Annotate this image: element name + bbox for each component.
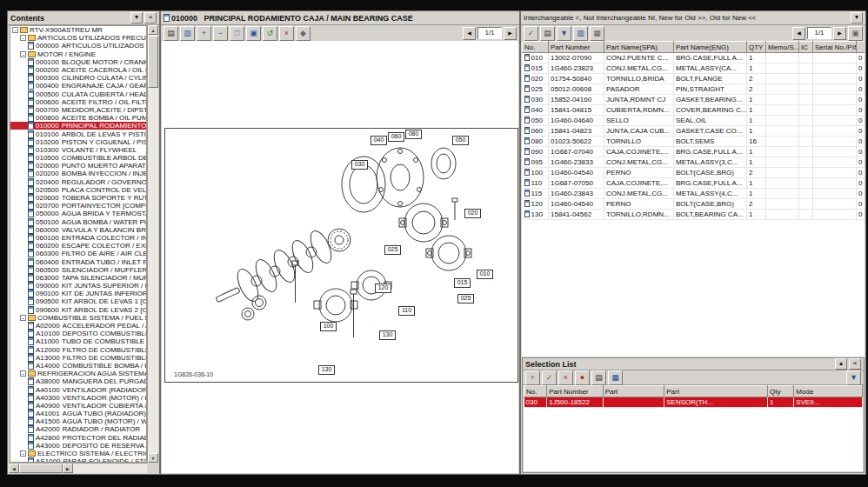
table-row[interactable]: 0151G460-23823CONJ.METAL,CG...METAL,ASSY… bbox=[523, 63, 865, 74]
diagram-canvas[interactable]: 1G826-036-10 040060080050030020025010015… bbox=[162, 41, 518, 473]
tree-item-090100[interactable]: 090100KIT DE JUNTAS INFERIOR / LO... bbox=[10, 290, 146, 297]
column-memo-s-[interactable]: Memo/S... bbox=[766, 42, 799, 53]
column-part-number[interactable]: Part Number bbox=[547, 386, 603, 397]
tree-item-010200[interactable]: 010200PISTON Y CIGUENAL / PISTON A... bbox=[10, 138, 146, 146]
tree-item-010500[interactable]: 010500COMBUSTIBLE ARBOL DE LEVAS bbox=[10, 154, 146, 162]
tree-item-refrigeracion-agua-siste[interactable]: -REFRIGERACION AGUA SISTEMA / COOLING W.… bbox=[10, 370, 146, 377]
table-row[interactable]: 1001G460-04540PERNOBOLT(CASE,BRG)20 bbox=[523, 168, 865, 178]
export-icon[interactable]: ▥ bbox=[180, 26, 195, 41]
tree-item-090000[interactable]: 090000KIT JUNTAS SUPERIOR / UPPER... bbox=[10, 282, 146, 290]
tree-item-000400[interactable]: 000400ENGRANAJE CAJA / GEAR CASE bbox=[10, 82, 146, 90]
table-row[interactable]: 03015852-04160JUNTA,RDMNT CJGASKET,BEARI… bbox=[523, 95, 865, 105]
tree-item-020600[interactable]: 020600TOBERA SOPORTE Y RUTA DE C... bbox=[10, 194, 146, 202]
column-part-name-spa-[interactable]: Part Name(SPA) bbox=[604, 42, 674, 53]
callout-025[interactable]: 025 bbox=[384, 245, 401, 255]
zoom-out-icon[interactable]: − bbox=[213, 26, 228, 41]
table-row[interactable]: 0301J500-18522SENSOR(TH...1SVE9... bbox=[524, 397, 863, 408]
vertical-scroll-thumb[interactable] bbox=[148, 36, 158, 88]
tree-item-A12000[interactable]: A12000FILTRO DE COMBUSTIBLE / FUE... bbox=[10, 346, 146, 354]
column-qty[interactable]: QTY bbox=[747, 42, 766, 53]
pin-icon[interactable]: ▴ bbox=[835, 358, 847, 370]
tree-item-020400[interactable]: 020400REGULADOR / GOVERNOR bbox=[10, 178, 146, 186]
collapse-icon[interactable]: - bbox=[20, 35, 26, 41]
filter-icon[interactable]: ▼ bbox=[846, 370, 861, 385]
callout-080[interactable]: 080 bbox=[405, 130, 422, 139]
prev-page-icon[interactable]: ◀ bbox=[463, 27, 476, 40]
callout-030[interactable]: 030 bbox=[351, 160, 368, 170]
tree-item-090600[interactable]: 090600KIT ARBOL DE LEVAS 2 [OPCIO... bbox=[10, 306, 146, 314]
table-row[interactable]: 04015841-04815CUBIERTA,RDMN...COVER,BEAR… bbox=[523, 105, 865, 116]
tree-item-A42000[interactable]: A42000RADIADOR / RADIATOR bbox=[10, 425, 146, 433]
column-blank[interactable] bbox=[857, 42, 865, 53]
tree-item-A42800[interactable]: A42800PROTECTOR DEL RADIADOR / R... bbox=[10, 434, 146, 442]
chevron-down-icon[interactable]: ▾ bbox=[130, 12, 143, 23]
tree-item-050000[interactable]: 050000AGUA BRIDA Y TERMOSTATO / ... bbox=[10, 210, 146, 217]
tree-item-articulos-utilizados-fre[interactable]: -ARTICULOS UTILIZADOS FRECUENTEMENTE bbox=[10, 34, 146, 42]
contents-vertical-scrollbar[interactable]: ▲ ▼ bbox=[147, 25, 158, 463]
tree-item-A38000[interactable]: A38000MANGUERA DEL PURGADOR DE... bbox=[10, 377, 146, 385]
prev-page-icon[interactable]: ◀ bbox=[792, 27, 805, 40]
close-icon[interactable]: × bbox=[849, 358, 861, 370]
next-page-icon[interactable]: ▶ bbox=[833, 27, 846, 40]
collapse-icon[interactable]: - bbox=[12, 27, 18, 33]
tree-item-A40300[interactable]: A40300VENTILADOR (MOTOR) / FAN (E... bbox=[10, 394, 146, 402]
table-row[interactable]: 0901G687-07040CAJA,COJINETE,...BRG.CASE,… bbox=[523, 147, 865, 157]
tree-item-A14000[interactable]: A14000COMBUSTIBLE BOMBA / FUEL P... bbox=[10, 362, 146, 370]
tree-item-A10100[interactable]: A10100DEPOSITO COMBUSTIBLE / FUE... bbox=[10, 330, 146, 337]
column-part-name-eng-[interactable]: Part Name(ENG) bbox=[674, 42, 747, 53]
column-mode[interactable]: Mode bbox=[794, 386, 863, 397]
table-row[interactable]: 1201G460-04540PERNOBOLT(CASE,BRG)20 bbox=[523, 199, 865, 210]
callout-050[interactable]: 050 bbox=[452, 136, 469, 145]
list-icon[interactable]: ▦ bbox=[590, 26, 604, 41]
tree-item-020200[interactable]: 020200BOMBA INYECCION / INJECTION... bbox=[10, 170, 146, 177]
collapse-icon[interactable]: - bbox=[20, 370, 26, 377]
print-icon[interactable]: ▤ bbox=[164, 26, 178, 41]
remove-icon[interactable]: × bbox=[558, 370, 573, 385]
tree-item-000200[interactable]: 000200ACEITE CACEROLA / OIL PAN bbox=[10, 66, 146, 74]
tree-item-A41001[interactable]: A41001AGUA TUBO (RADIADOR) / WAT... bbox=[10, 410, 146, 417]
tree-item-000100[interactable]: 000100BLOQUE MOTOR / CRANKCASE bbox=[10, 58, 146, 66]
save-icon[interactable]: ▦ bbox=[608, 370, 623, 385]
tree-item-063000[interactable]: 063000TAPA SILENCIADOR / MUFFLER ... bbox=[10, 274, 146, 282]
tree-item-060300[interactable]: 060300FILTRO DE AIRE / AIR CLEANER bbox=[10, 250, 146, 257]
table-row[interactable]: 13015841-04562TORNILLO,RDMN...BOLT,BEARI… bbox=[523, 210, 865, 220]
scroll-left-icon[interactable]: ◀ bbox=[9, 464, 19, 473]
column-serial-no-pin[interactable]: Serial No./PIN bbox=[813, 42, 857, 53]
collapse-icon[interactable]: - bbox=[20, 315, 26, 321]
tree-item-combustible-sistema-fuel[interactable]: -COMBUSTIBLE SISTEMA / FUEL SYSTEM bbox=[10, 314, 146, 322]
filter-icon[interactable]: ▼ bbox=[557, 26, 571, 41]
tree-item-A41500[interactable]: A41500AGUA TUBO (MOTOR) / WATER ... bbox=[10, 417, 146, 425]
tree-item-060500[interactable]: 060500SILENCIADOR / MUFFLER bbox=[10, 266, 146, 274]
callout-130[interactable]: 130 bbox=[379, 330, 396, 340]
tree-item-060400[interactable]: 060400ENTRADA TUBO / INLET PIPE bbox=[10, 257, 146, 265]
callout-060[interactable]: 060 bbox=[388, 132, 404, 142]
zoom-fit-icon[interactable]: □ bbox=[230, 26, 244, 41]
tree-item-A11000[interactable]: A11000TUBO DE COMBUSTIBLE / FUEL... bbox=[10, 337, 146, 345]
column-part[interactable]: Part bbox=[664, 386, 768, 397]
zoom-in-icon[interactable]: + bbox=[197, 26, 211, 41]
tree-item-020700[interactable]: 020700PORTAINYECTOR [COMPONENT... bbox=[10, 202, 146, 210]
stop-icon[interactable]: ● bbox=[575, 370, 590, 385]
delete-icon[interactable]: × bbox=[279, 26, 294, 41]
confirm-icon[interactable]: ✓ bbox=[524, 26, 538, 41]
print-icon[interactable]: ▤ bbox=[591, 370, 606, 385]
tree-item-A40100[interactable]: A40100VENTILADOR (RADIADOR) / FAN... bbox=[10, 385, 146, 393]
table-row[interactable]: 1151G460-23843CONJ.METAL,CG...METAL,ASSY… bbox=[523, 189, 865, 199]
tree-item-electrico-sistema-electr[interactable]: -ELECTRICO SISTEMA / ELECTRICAL SYSTEM bbox=[10, 450, 146, 457]
callout-025[interactable]: 025 bbox=[457, 294, 474, 304]
tree-item-050100[interactable]: 050100AGUA BOMBA / WATER PUMP bbox=[10, 218, 146, 226]
zoom-area-icon[interactable]: ▣ bbox=[246, 26, 261, 41]
tree-item-motor-engine[interactable]: -MOTOR / ENGINE bbox=[10, 50, 146, 58]
callout-010[interactable]: 010 bbox=[477, 270, 493, 279]
column-part-number[interactable]: Part Number bbox=[549, 42, 604, 53]
horizontal-scroll-thumb[interactable] bbox=[19, 464, 63, 473]
tree-item-000800[interactable]: 000800ACEITE BOMBA / OIL PUMP bbox=[10, 114, 146, 122]
table-row[interactable]: 02001754-50840TORNILLO,BRIDABOLT,FLANGE2… bbox=[523, 74, 865, 84]
tree-item-010100[interactable]: 010100ARBOL DE LEVAS Y PISTON / CA... bbox=[10, 130, 146, 137]
contents-horizontal-scrollbar[interactable]: ◀ ▶ bbox=[9, 463, 147, 473]
tree-item-060000[interactable]: 060000VALVULA Y BALANCIN BRAZO / ... bbox=[10, 226, 146, 234]
tree-item-000500[interactable]: 000500CULATA CUBIERTA / HEAD COVE... bbox=[10, 90, 146, 98]
tree-item-010000[interactable]: 010000PRINCIPAL RODAMIENTO CAJA bbox=[10, 122, 146, 130]
table-row[interactable]: 0501G460-04640SELLOSEAL,OIL10 bbox=[523, 116, 865, 126]
table-row[interactable]: 1101G687-07050CAJA,COJINETE,...BRG.CASE,… bbox=[523, 178, 865, 189]
